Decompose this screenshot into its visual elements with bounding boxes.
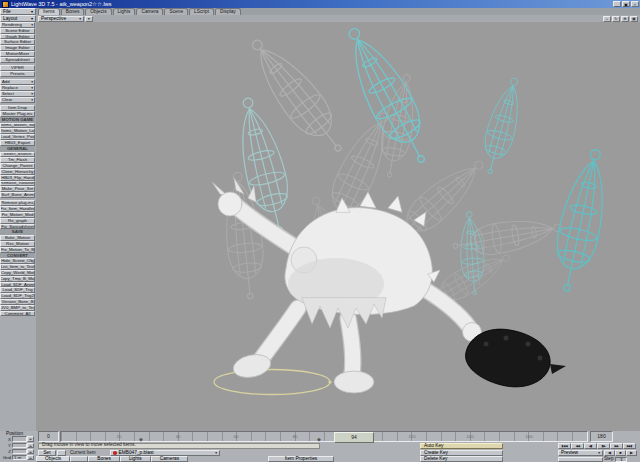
prev-key-button[interactable]: ◀◀ (571, 443, 584, 450)
chevron-down-icon: ▾ (31, 80, 33, 84)
sidebar: Rendering▾ Scene Editor▾ Graph Editor▾ S… (0, 22, 36, 431)
mode-buttons: ObjectsBonesLightsCameras (36, 456, 188, 462)
close-button[interactable]: × (631, 1, 639, 7)
position-panel: X ◂▸ Y ◂▸ Z ◂▸ Grid 1 m ◂▸ (0, 436, 36, 461)
maximize-button[interactable]: ▣ (622, 1, 630, 7)
play-forward-button[interactable]: ▶ (626, 450, 637, 457)
title-bar: LightWave 3D 7.5 - atk_weapon2☆☆.lws _▣× (0, 0, 640, 8)
window-title: LightWave 3D 7.5 - atk_weapon2☆☆.lws (11, 0, 612, 8)
tab-camera[interactable]: Camera (136, 8, 163, 15)
tool-row: Layout▾ Perspective▾ ▾ +↻⊕▣ (0, 15, 640, 22)
transport-controls: ▮◀◀◀◀◀▮▮▶▶▶▶▶▮ (558, 443, 636, 450)
tick-label: 40 (176, 434, 181, 439)
mode-mini-button[interactable] (70, 456, 88, 462)
value-field[interactable] (12, 443, 27, 449)
frame-slider-handle[interactable]: 94 (334, 432, 374, 443)
tick-label: 20 (117, 434, 122, 439)
timeline-ruler[interactable]: 20406080100120140160 ◆◆ 94 (60, 431, 588, 442)
item-properties-button[interactable]: Item Properties (268, 456, 334, 462)
chevron-down-icon: ▾ (31, 98, 33, 102)
sidebar-button[interactable]: Comment_All▾ (0, 311, 35, 317)
position-z-field: Z ◂▸ (0, 448, 36, 454)
chevron-down-icon: ▾ (215, 451, 217, 455)
delete-key-button[interactable]: Delete Key (420, 456, 503, 462)
value-field[interactable] (12, 436, 27, 442)
position-y-field: Y ◂▸ (0, 442, 36, 448)
first-frame-button[interactable]: ▮◀◀ (558, 443, 571, 450)
tab-lights[interactable]: Lights (113, 8, 136, 15)
value-field[interactable] (12, 449, 27, 455)
file-menu-button[interactable]: File▾ (0, 8, 36, 15)
tab-row: File▾ ItemsBonesObjectsLightsCameraScene… (0, 8, 640, 15)
stop-button[interactable]: ■ (615, 450, 626, 457)
tick-label: 140 (467, 434, 474, 439)
prev-frame-button[interactable]: ◀▮ (584, 443, 597, 450)
club-weapon[interactable] (466, 329, 566, 387)
main-area: Rendering▾ Scene Editor▾ Graph Editor▾ S… (0, 22, 640, 431)
viewport-canvas[interactable] (36, 22, 640, 431)
status-message: Drag mouse in view to move selected item… (38, 443, 320, 450)
window-controls: _▣× (612, 1, 639, 7)
tick-label: 80 (293, 434, 298, 439)
tab-lscript[interactable]: LScript (189, 8, 214, 15)
tick-label: 60 (234, 434, 239, 439)
next-key-button[interactable]: ▶▶ (610, 443, 623, 450)
last-frame-button[interactable]: ▶▶▮ (623, 443, 636, 450)
preview-extra-button[interactable] (558, 457, 603, 462)
mode-cameras-button[interactable]: Cameras (151, 456, 188, 462)
grid-size-field: Grid 1 m ◂▸ (0, 455, 36, 461)
mode-lights-button[interactable]: Lights (120, 456, 151, 462)
step-control: Step 1 (604, 457, 638, 462)
tab-scene[interactable]: Scene (164, 8, 188, 15)
value-field[interactable]: 1 m (12, 455, 27, 461)
stepper-icon[interactable]: ◂▸ (27, 449, 34, 455)
keyframe-marker-icon: ◆ (317, 436, 321, 442)
chevron-down-icon: ▾ (31, 16, 33, 21)
chevron-down-icon: ▾ (31, 23, 33, 27)
layout-menu-button[interactable]: Layout▾ (0, 15, 36, 22)
chevron-down-icon: ▾ (598, 451, 600, 455)
chevron-down-icon: ▾ (31, 9, 33, 14)
mode-objects-button[interactable]: Objects (36, 456, 70, 462)
main-tabs: ItemsBonesObjectsLightsCameraSceneLScrip… (38, 8, 242, 15)
chevron-down-icon: ▾ (31, 86, 33, 90)
chevron-down-icon: ▾ (31, 92, 33, 96)
motion-path-ring (214, 370, 332, 395)
tick-label: 160 (526, 434, 533, 439)
preview-dropdown[interactable]: Preview ▾ (558, 450, 603, 457)
item-color-dot (113, 451, 117, 455)
next-frame-button[interactable]: ▮▶ (597, 443, 610, 450)
chevron-down-icon: ▾ (79, 17, 81, 22)
stepper-icon[interactable]: ◂▸ (27, 455, 34, 461)
tab-items[interactable]: Items (38, 8, 60, 15)
tab-display[interactable]: Display (215, 8, 241, 15)
end-frame-field[interactable]: 180 (590, 431, 613, 442)
tick-label: 120 (409, 434, 416, 439)
bottom-panel: Position X ◂▸ Y ◂▸ Z ◂▸ Grid 1 m ◂▸ 0 (0, 431, 640, 462)
step-value-field[interactable]: 1 (615, 457, 627, 462)
stepper-icon[interactable]: ◂▸ (27, 436, 34, 442)
tab-bones[interactable]: Bones (61, 8, 85, 15)
mode-bones-button[interactable]: Bones (88, 456, 120, 462)
auto-key-button[interactable]: Auto Key (420, 443, 503, 450)
minimize-button[interactable]: _ (613, 1, 621, 7)
app-icon (2, 1, 9, 8)
start-frame-field[interactable]: 0 (38, 431, 59, 442)
stepper-icon[interactable]: ◂▸ (27, 443, 34, 449)
current-item-label: Current Item (70, 451, 108, 456)
tab-objects[interactable]: Objects (85, 8, 111, 15)
scene-3d (36, 22, 640, 431)
character-model[interactable] (212, 178, 482, 393)
keyframe-marker-icon: ◆ (139, 436, 143, 442)
position-x-field: X ◂▸ (0, 436, 36, 442)
